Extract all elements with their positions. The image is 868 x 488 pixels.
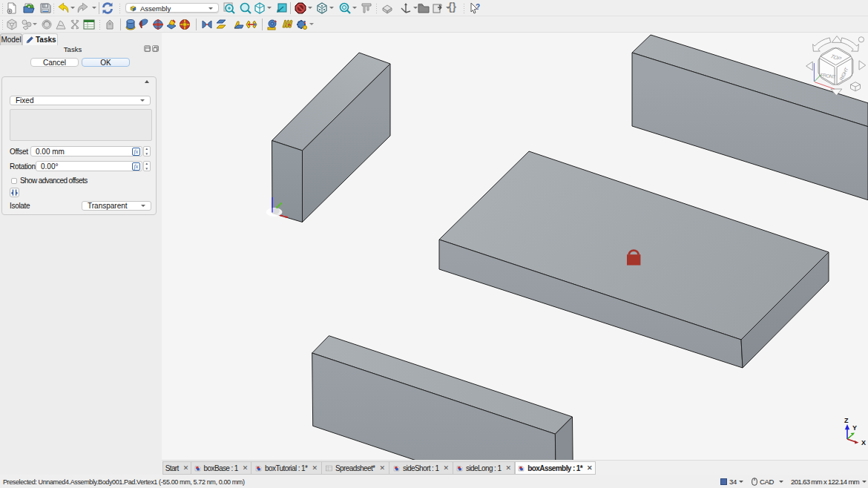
svg-text:Z: Z [844,417,849,424]
svg-text:Y: Y [852,424,857,432]
svg-text:?: ? [476,3,480,11]
svg-text:X: X [861,439,866,446]
